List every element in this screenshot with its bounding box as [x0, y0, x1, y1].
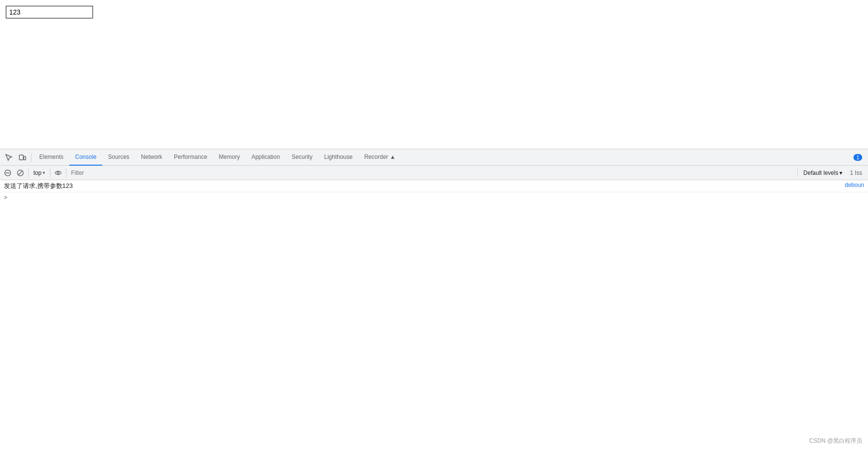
- context-dropdown[interactable]: top ▾: [31, 169, 48, 177]
- tab-performance[interactable]: Performance: [168, 149, 213, 166]
- tab-console[interactable]: Console: [69, 149, 102, 166]
- clear-console-icon[interactable]: [2, 167, 14, 179]
- chevron-down-icon-levels: ▾: [839, 170, 842, 176]
- tab-lighthouse[interactable]: Lighthouse: [318, 149, 358, 166]
- log-source-link[interactable]: deboun: [845, 182, 864, 188]
- search-input[interactable]: 123: [6, 6, 93, 18]
- console-log-entry: 发送了请求,携带参数123 deboun: [0, 180, 868, 192]
- tab-application[interactable]: Application: [246, 149, 286, 166]
- tab-recorder[interactable]: Recorder ▲: [358, 149, 402, 166]
- filter-divider: [797, 169, 798, 177]
- tab-elements[interactable]: Elements: [33, 149, 69, 166]
- svg-rect-1: [24, 156, 26, 160]
- tab-divider-1: [31, 153, 31, 162]
- tab-network[interactable]: Network: [135, 149, 168, 166]
- issues-badge[interactable]: 1: [850, 154, 866, 161]
- page-content: 123: [0, 0, 868, 145]
- no-block-icon[interactable]: [15, 167, 26, 179]
- console-output: 发送了请求,携带参数123 deboun >: [0, 180, 868, 449]
- issues-count-label: 1 Iss: [846, 170, 866, 176]
- tab-memory[interactable]: Memory: [213, 149, 246, 166]
- svg-line-5: [18, 171, 22, 175]
- toolbar-divider-2: [50, 169, 50, 177]
- toolbar-divider-1: [28, 169, 29, 177]
- console-prompt-line[interactable]: >: [0, 192, 868, 203]
- filter-input[interactable]: [68, 170, 794, 176]
- inspect-icon[interactable]: [2, 151, 16, 164]
- issues-count-badge: 1: [853, 154, 862, 161]
- device-toggle-icon[interactable]: [16, 151, 29, 164]
- chevron-down-icon: ▾: [43, 170, 45, 175]
- watermark: CSDN @黑白程序员: [809, 437, 862, 445]
- tab-security[interactable]: Security: [286, 149, 318, 166]
- toolbar-divider-3: [66, 169, 66, 177]
- svg-rect-0: [19, 155, 23, 160]
- prompt-chevron-icon: >: [4, 194, 7, 201]
- log-message: 发送了请求,携带参数123: [4, 182, 73, 190]
- svg-point-7: [57, 171, 59, 173]
- devtools-panel: Elements Console Sources Network Perform…: [0, 149, 868, 449]
- default-levels-dropdown[interactable]: Default levels ▾: [801, 169, 845, 177]
- console-toolbar: top ▾ Default levels ▾ 1 Iss: [0, 166, 868, 180]
- tab-sources[interactable]: Sources: [102, 149, 135, 166]
- eye-icon[interactable]: [52, 167, 64, 179]
- devtools-tab-bar: Elements Console Sources Network Perform…: [0, 149, 868, 166]
